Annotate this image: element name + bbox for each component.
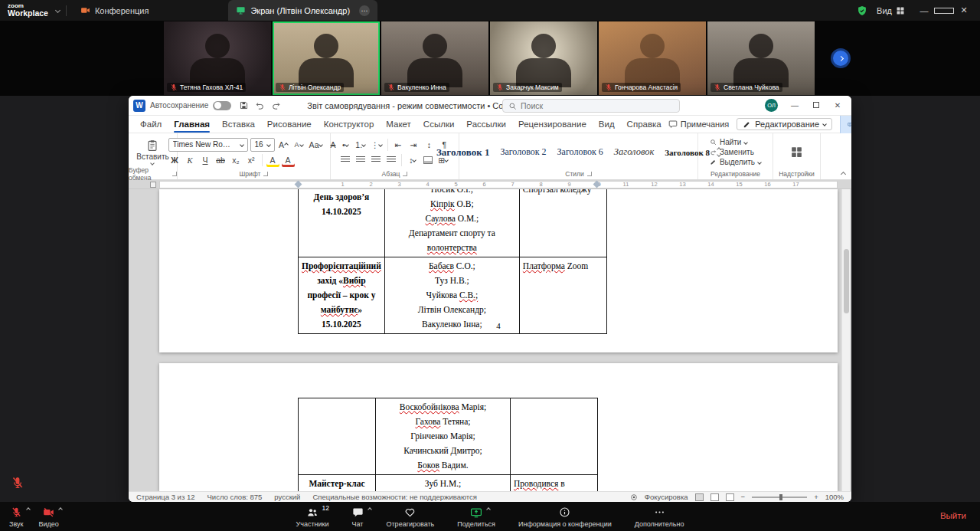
zoom-out-button[interactable]: − <box>741 493 746 501</box>
sort-button[interactable]: ↕ <box>423 138 436 151</box>
table-cell[interactable]: Проводився в коледжі <box>511 475 598 492</box>
tab-selector-icon[interactable] <box>150 182 156 188</box>
toolbar-audio-button[interactable]: Звук <box>9 506 23 528</box>
toolbar-react-button[interactable]: Отреагировать <box>387 506 435 528</box>
leave-meeting-button[interactable]: Выйти <box>940 511 966 520</box>
multilevel-list-button[interactable]: ⋮ <box>369 138 384 151</box>
window-minimize-button[interactable]: — <box>914 6 934 15</box>
tab-view[interactable]: Вид <box>593 118 620 130</box>
word-restore-button[interactable] <box>807 101 825 110</box>
search-input[interactable] <box>521 101 658 110</box>
toolbar-video-button[interactable]: Видео <box>38 506 58 528</box>
zoom-slider[interactable] <box>752 497 807 498</box>
search-box[interactable] <box>502 99 680 113</box>
tab-layout[interactable]: Макет <box>381 118 416 130</box>
select-button[interactable]: Выделить <box>710 158 761 166</box>
style-heading6[interactable]: Заголовок 6 <box>557 146 603 158</box>
participant-tile[interactable]: Вакуленко Инна <box>381 21 488 95</box>
tab-file[interactable]: Файл <box>135 118 167 130</box>
focus-mode-button[interactable]: Фокусировка <box>645 493 688 501</box>
subscript-button[interactable]: x₂ <box>230 154 243 167</box>
dialog-launcher-icon[interactable] <box>263 172 268 176</box>
tab-references[interactable]: Ссылки <box>418 118 460 130</box>
font-size-select[interactable]: 16 <box>250 138 275 152</box>
undo-icon[interactable] <box>255 100 265 110</box>
table-cell[interactable]: Воскобойнікова Марія;Гахова Тетяна;Грінч… <box>376 398 511 475</box>
style-heading1[interactable]: Заголовок 1 <box>436 146 489 159</box>
next-participants-button[interactable] <box>831 48 851 68</box>
strikethrough-button[interactable]: ab <box>214 154 227 167</box>
paste-button[interactable]: Вставить <box>136 139 168 165</box>
increase-indent-button[interactable]: ⇥ <box>407 138 420 151</box>
word-count[interactable]: Число слов: 875 <box>207 493 263 501</box>
table-cell[interactable]: Майстер-клас«Світ <box>299 475 376 492</box>
toolbar-participants-button[interactable]: 12 Участники <box>296 506 329 528</box>
bullets-button[interactable]: • <box>338 138 351 151</box>
caret-up-icon[interactable] <box>368 507 372 512</box>
word-minimize-button[interactable]: — <box>786 101 804 110</box>
comments-button[interactable]: Примечания <box>668 120 730 129</box>
language-indicator[interactable]: русский <box>274 493 300 501</box>
print-layout-icon[interactable] <box>710 493 719 501</box>
tab-mailings[interactable]: Рассылки <box>461 118 511 130</box>
replace-button[interactable]: Заменить <box>710 148 761 156</box>
scrollbar-thumb[interactable] <box>844 249 849 313</box>
save-icon[interactable] <box>239 100 249 110</box>
collapse-ribbon-icon[interactable] <box>841 172 846 177</box>
share-button[interactable]: Общий доступ <box>840 113 851 135</box>
read-mode-icon[interactable] <box>695 493 704 501</box>
vertical-scrollbar[interactable] <box>841 189 850 491</box>
participant-tile[interactable]: Тетяна Гахова ХЛ-41 <box>164 21 271 95</box>
tab-draw[interactable]: Рисование <box>262 118 317 130</box>
autosave-toggle[interactable] <box>213 101 231 110</box>
align-right-button[interactable] <box>369 153 382 166</box>
numbering-button[interactable]: 1. <box>354 138 367 151</box>
window-close-button[interactable]: ✕ <box>954 5 974 15</box>
dialog-launcher-icon[interactable] <box>172 172 177 176</box>
web-layout-icon[interactable] <box>726 493 734 501</box>
style-heading2[interactable]: Заголовок 2 <box>500 146 546 158</box>
tab-screen-share[interactable]: Экран (Літвін Олександр) ⋯ <box>228 0 377 21</box>
tab-home[interactable]: Главная <box>168 118 215 130</box>
change-case-button[interactable]: Аа <box>308 138 325 151</box>
table-cell[interactable]: Спортзал коледжу <box>519 189 606 257</box>
shading-button[interactable] <box>421 153 434 166</box>
word-app-icon[interactable]: W <box>133 100 145 112</box>
caret-up-icon[interactable] <box>26 507 31 512</box>
word-close-button[interactable]: ✕ <box>828 101 847 110</box>
zoom-level[interactable]: 100% <box>825 493 844 501</box>
table-cell[interactable] <box>299 398 376 475</box>
tab-more-icon[interactable]: ⋯ <box>359 5 370 16</box>
participant-tile[interactable]: Захарчук Максим <box>490 21 597 95</box>
style-heading[interactable]: Заголовок <box>614 146 654 158</box>
line-spacing-button[interactable]: ↕ <box>406 153 419 166</box>
table-cell[interactable] <box>511 398 598 475</box>
shrink-font-button[interactable]: А <box>292 138 305 151</box>
table-cell[interactable]: Зуб Н.М.;Грінченко Марія; <box>376 475 511 492</box>
document-canvas[interactable]: День здоров’я14.10.2025 Носик О.І.;Кіпрі… <box>129 189 851 491</box>
grow-font-button[interactable]: А <box>277 138 290 151</box>
align-left-button[interactable] <box>338 153 351 166</box>
font-name-select[interactable]: Times New Roman <box>168 138 248 152</box>
tab-insert[interactable]: Вставка <box>217 118 260 130</box>
find-button[interactable]: Найти <box>710 138 761 146</box>
editing-mode-button[interactable]: Редактирование <box>737 118 832 130</box>
document-page-5[interactable]: Воскобойнікова Марія;Гахова Тетяна;Грінч… <box>159 363 838 491</box>
tab-conference[interactable]: Конференция <box>73 0 156 21</box>
tab-review[interactable]: Рецензирование <box>513 118 592 130</box>
security-shield-icon[interactable] <box>857 5 867 16</box>
toolbar-chat-button[interactable]: Чат <box>352 506 364 528</box>
account-avatar[interactable]: ОЛ <box>765 99 778 112</box>
align-center-button[interactable] <box>354 153 367 166</box>
text-highlight-button[interactable]: А <box>266 154 279 167</box>
caret-up-icon[interactable] <box>58 507 63 512</box>
bold-button[interactable]: Ж <box>168 154 181 167</box>
caret-up-icon[interactable] <box>486 507 491 512</box>
justify-button[interactable] <box>384 153 397 166</box>
document-page-4[interactable]: День здоров’я14.10.2025 Носик О.І.;Кіпрі… <box>159 189 838 352</box>
font-color-button[interactable]: А <box>282 154 295 167</box>
table-cell[interactable]: День здоров’я14.10.2025 <box>299 189 385 257</box>
muted-mic-indicator[interactable] <box>11 476 24 490</box>
addins-icon[interactable] <box>790 146 803 159</box>
toolbar-share-button[interactable]: Поделиться <box>457 506 495 528</box>
